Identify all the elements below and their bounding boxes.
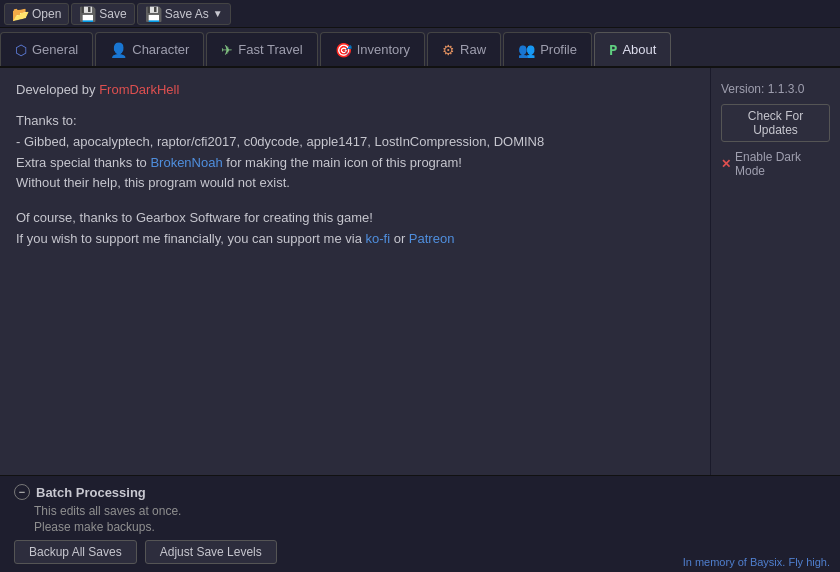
- backup-all-saves-button[interactable]: Backup All Saves: [14, 540, 137, 564]
- kofi-link[interactable]: ko-fi: [365, 231, 390, 246]
- memory-text: In memory of Baysix. Fly high.: [683, 556, 830, 568]
- save-label: Save: [99, 7, 126, 21]
- open-label: Open: [32, 7, 61, 21]
- support-prefix: If you wish to support me financially, y…: [16, 231, 365, 246]
- batch-title: Batch Processing: [36, 485, 146, 500]
- gearbox-block: Of course, thanks to Gearbox Software fo…: [16, 208, 694, 250]
- tab-inventory-label: Inventory: [357, 42, 410, 57]
- check-updates-label: Check For Updates: [748, 109, 803, 137]
- tab-about[interactable]: P About: [594, 32, 671, 66]
- save-as-icon: 💾: [145, 6, 162, 22]
- dropdown-arrow-icon: ▼: [213, 8, 223, 19]
- profile-icon: 👥: [518, 42, 535, 58]
- tab-about-label: About: [622, 42, 656, 57]
- character-icon: 👤: [110, 42, 127, 58]
- tab-general[interactable]: ⬡ General: [0, 32, 93, 66]
- save-icon: 💾: [79, 6, 96, 22]
- save-button[interactable]: 💾 Save: [71, 3, 134, 25]
- author-link[interactable]: FromDarkHell: [99, 82, 179, 97]
- thanks-line2: Extra special thanks to BrokenNoah for m…: [16, 153, 694, 174]
- version-label: Version: 1.1.3.0: [721, 82, 830, 96]
- gearbox-line: Of course, thanks to Gearbox Software fo…: [16, 208, 694, 229]
- check-updates-button[interactable]: Check For Updates: [721, 104, 830, 142]
- adjust-btn-label: Adjust Save Levels: [160, 545, 262, 559]
- thanks-block: Thanks to: - Gibbed, apocalyptech, rapto…: [16, 111, 694, 194]
- tab-fasttravel-label: Fast Travel: [238, 42, 302, 57]
- backup-btn-label: Backup All Saves: [29, 545, 122, 559]
- raw-icon: ⚙: [442, 42, 455, 58]
- thanks-line3: Without their help, this program would n…: [16, 173, 694, 194]
- tab-inventory[interactable]: 🎯 Inventory: [320, 32, 425, 66]
- toolbar: 📂 Open 💾 Save 💾 Save As ▼: [0, 0, 840, 28]
- batch-desc1: This edits all saves at once.: [14, 504, 826, 518]
- developed-by-prefix: Developed by: [16, 82, 99, 97]
- thanks-line2-suffix: for making the main icon of this program…: [223, 155, 462, 170]
- batch-collapse-icon[interactable]: −: [14, 484, 30, 500]
- about-icon: P: [609, 42, 617, 58]
- tab-fasttravel[interactable]: ✈ Fast Travel: [206, 32, 317, 66]
- support-line: If you wish to support me financially, y…: [16, 229, 694, 250]
- developed-by-line: Developed by FromDarkHell: [16, 82, 694, 97]
- tab-general-label: General: [32, 42, 78, 57]
- tab-raw-label: Raw: [460, 42, 486, 57]
- tabs-bar: ⬡ General 👤 Character ✈ Fast Travel 🎯 In…: [0, 28, 840, 68]
- brokennoan-link[interactable]: BrokenNoah: [150, 155, 222, 170]
- patreon-link[interactable]: Patreon: [409, 231, 455, 246]
- general-icon: ⬡: [15, 42, 27, 58]
- inventory-icon: 🎯: [335, 42, 352, 58]
- tab-raw[interactable]: ⚙ Raw: [427, 32, 501, 66]
- adjust-save-levels-button[interactable]: Adjust Save Levels: [145, 540, 277, 564]
- thanks-header: Thanks to:: [16, 111, 694, 132]
- batch-header: − Batch Processing: [14, 484, 826, 500]
- fasttravel-icon: ✈: [221, 42, 233, 58]
- save-as-label: Save As: [165, 7, 209, 21]
- open-icon: 📂: [12, 6, 29, 22]
- dark-mode-x-icon: ✕: [721, 157, 731, 171]
- dark-mode-label: Enable Dark Mode: [735, 150, 830, 178]
- thanks-line1: - Gibbed, apocalyptech, raptor/cfi2017, …: [16, 132, 694, 153]
- tab-character[interactable]: 👤 Character: [95, 32, 204, 66]
- dark-mode-row: ✕ Enable Dark Mode: [721, 150, 830, 178]
- batch-desc2: Please make backups.: [14, 520, 826, 534]
- tab-character-label: Character: [132, 42, 189, 57]
- open-button[interactable]: 📂 Open: [4, 3, 69, 25]
- save-as-button[interactable]: 💾 Save As ▼: [137, 3, 231, 25]
- tab-profile[interactable]: 👥 Profile: [503, 32, 592, 66]
- bottom-bar: − Batch Processing This edits all saves …: [0, 475, 840, 572]
- thanks-line2-prefix: Extra special thanks to: [16, 155, 150, 170]
- tab-profile-label: Profile: [540, 42, 577, 57]
- support-or: or: [390, 231, 409, 246]
